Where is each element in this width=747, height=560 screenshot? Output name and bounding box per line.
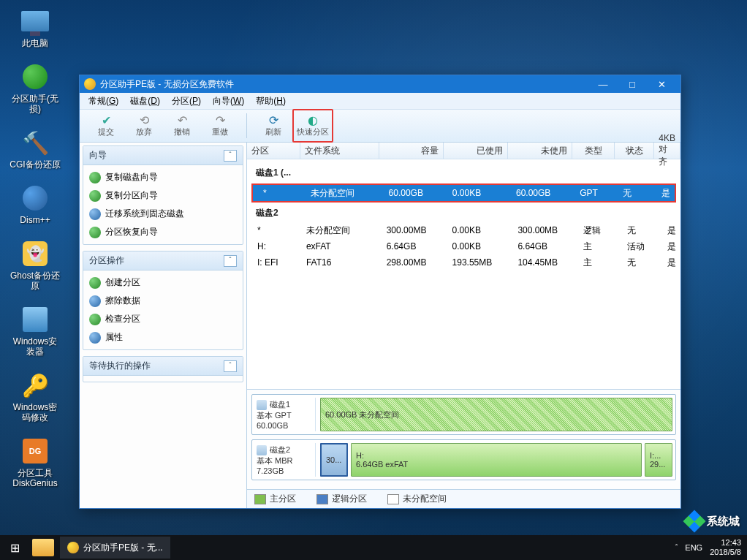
legend: 主分区 逻辑分区 未分配空间 bbox=[247, 489, 680, 508]
col-filesystem[interactable]: 文件系统 bbox=[300, 143, 379, 159]
disk-map[interactable]: 磁盘1基本 GPT60.00GB60.00GB 未分配空间 bbox=[251, 394, 676, 435]
language-indicator[interactable]: ENG bbox=[685, 543, 702, 552]
disk-map-name: 磁盘1 bbox=[270, 399, 290, 410]
collapse-icon[interactable]: ˆ bbox=[224, 360, 237, 372]
disk-map-sub1: 基本 GPT bbox=[257, 410, 314, 421]
disk-map-bar[interactable]: I:...29... bbox=[645, 443, 672, 477]
col-status[interactable]: 状态 bbox=[615, 143, 654, 159]
menu-item[interactable]: 向导(W) bbox=[208, 94, 249, 109]
toolbar-button-刷新[interactable]: ⟳刷新 bbox=[254, 110, 292, 141]
sidebar-item[interactable]: 分区恢复向导 bbox=[85, 223, 241, 241]
menu-item[interactable]: 磁盘(D) bbox=[126, 94, 164, 109]
menubar: 常规(G)磁盘(D)分区(P)向导(W)帮助(H) bbox=[80, 93, 680, 110]
sidebar-item-label: 擦除数据 bbox=[105, 295, 140, 307]
sidebar-item-icon bbox=[89, 277, 101, 289]
file-explorer-taskbar-icon[interactable] bbox=[32, 539, 54, 556]
panel-header[interactable]: 等待执行的操作ˆ bbox=[83, 357, 243, 376]
taskbar: ⊞ 分区助手PE版 - 无... ˆ ENG 12:43 2018/5/8 bbox=[0, 535, 747, 560]
maximize-button[interactable]: □ bbox=[618, 75, 647, 93]
panel-body bbox=[83, 376, 243, 382]
sidebar-item[interactable]: 复制分区向导 bbox=[85, 186, 241, 205]
desktop-icon[interactable]: 🔑Windows密码修改 bbox=[7, 370, 63, 423]
start-button[interactable]: ⊞ bbox=[0, 535, 29, 560]
watermark-logo-icon bbox=[683, 510, 705, 532]
main-area: 分区 文件系统 容量 已使用 未使用 类型 状态 4KB对齐 磁盘1 (...*… bbox=[247, 143, 680, 508]
sidebar-item-icon bbox=[89, 295, 101, 307]
menu-item[interactable]: 分区(P) bbox=[167, 94, 205, 109]
desktop-icon-label: CGI备份还原 bbox=[10, 159, 60, 170]
desktop-icon[interactable]: Dism++ bbox=[7, 183, 63, 225]
sidebar-item[interactable]: 属性 bbox=[85, 328, 241, 347]
toolbar-icon: ⟲ bbox=[140, 115, 149, 126]
desktop-icon[interactable]: 此电脑 bbox=[7, 6, 63, 48]
desktop-icon[interactable]: 🔨CGI备份还原 bbox=[7, 127, 63, 170]
sidebar-item-label: 复制分区向导 bbox=[105, 189, 158, 202]
titlebar[interactable]: 分区助手PE版 - 无损分区免费软件 — □ ✕ bbox=[80, 75, 680, 93]
collapse-icon[interactable]: ˆ bbox=[224, 255, 237, 267]
disk-map-info: 磁盘1基本 GPT60.00GB bbox=[255, 398, 316, 431]
disk-map-bar[interactable]: 60.00GB 未分配空间 bbox=[320, 398, 672, 431]
disk-map-sub2: 60.00GB bbox=[257, 421, 314, 430]
clock[interactable]: 12:43 2018/5/8 bbox=[710, 538, 741, 557]
disk-header[interactable]: 磁盘2 bbox=[247, 204, 680, 222]
minimize-button[interactable]: — bbox=[588, 75, 618, 93]
col-free[interactable]: 未使用 bbox=[508, 143, 572, 159]
partition-row[interactable]: I: EFIFAT16298.00MB193.55MB104.45MB主无是 bbox=[247, 254, 680, 270]
sidebar-item-label: 复制磁盘向导 bbox=[105, 171, 158, 183]
toolbar-button-重做[interactable]: ↷重做 bbox=[201, 110, 239, 141]
disk-map[interactable]: 磁盘2基本 MBR7.23GB30...H:6.64GB exFATI:...2… bbox=[251, 439, 676, 480]
ghost-icon: 👻 bbox=[20, 238, 50, 269]
collapse-icon[interactable]: ˆ bbox=[224, 150, 237, 162]
disk-header[interactable]: 磁盘1 (... bbox=[247, 164, 680, 182]
sidebar-item[interactable]: 迁移系统到固态磁盘 bbox=[85, 205, 241, 223]
col-capacity[interactable]: 容量 bbox=[379, 143, 444, 159]
col-partition[interactable]: 分区 bbox=[247, 143, 300, 159]
panel-header[interactable]: 分区操作ˆ bbox=[83, 251, 243, 270]
col-type[interactable]: 类型 bbox=[572, 143, 615, 159]
sidebar-item-icon bbox=[89, 172, 101, 183]
partition-row[interactable]: H:exFAT6.64GB0.00KB6.64GB主活动是 bbox=[247, 238, 680, 254]
desktop-icon-label: Ghost备份还原 bbox=[10, 270, 60, 291]
toolbar-button-撤销[interactable]: ↶撤销 bbox=[163, 110, 201, 141]
tray-up-icon[interactable]: ˆ bbox=[675, 543, 678, 552]
disk-map-bar[interactable]: 30... bbox=[320, 443, 348, 477]
desktop-icon-label: 分区助手(无损) bbox=[12, 94, 58, 114]
toolbar-button-放弃[interactable]: ⟲放弃 bbox=[125, 110, 163, 141]
sidebar-panel: 向导ˆ复制磁盘向导复制分区向导迁移系统到固态磁盘分区恢复向导 bbox=[83, 145, 243, 245]
toolbar-icon: ◐ bbox=[308, 115, 318, 126]
close-button[interactable]: ✕ bbox=[647, 75, 676, 93]
sidebar-item[interactable]: 擦除数据 bbox=[85, 292, 241, 310]
panel-title: 向导 bbox=[89, 149, 107, 162]
col-used[interactable]: 已使用 bbox=[444, 143, 508, 159]
panel-title: 分区操作 bbox=[89, 254, 124, 267]
taskbar-app-icon bbox=[67, 542, 79, 553]
menu-item[interactable]: 帮助(H) bbox=[251, 94, 290, 109]
toolbar-icon: ⟳ bbox=[269, 115, 278, 126]
desktop-icon[interactable]: 分区助手(无损) bbox=[7, 61, 63, 114]
disk-map-bar[interactable]: H:6.64GB exFAT bbox=[351, 443, 642, 477]
sidebar-item[interactable]: 创建分区 bbox=[85, 273, 241, 292]
desktop-icon[interactable]: DG分区工具DiskGenius bbox=[7, 436, 63, 488]
toolbar-label: 重做 bbox=[212, 126, 228, 137]
disk-icon bbox=[257, 445, 267, 455]
sidebar-item[interactable]: 复制磁盘向导 bbox=[85, 168, 241, 186]
sidebar-item-label: 检查分区 bbox=[105, 313, 140, 325]
sidebar-item[interactable]: 检查分区 bbox=[85, 310, 241, 328]
desktop-icon-label: Dism++ bbox=[20, 215, 50, 225]
partition-row[interactable]: *未分配空间60.00GB0.00KB60.00GBGPT无是 bbox=[253, 185, 675, 201]
desktop-icon[interactable]: 👻Ghost备份还原 bbox=[7, 238, 63, 291]
legend-primary-label: 主分区 bbox=[270, 493, 296, 505]
desktop-icon-label: Windows安装器 bbox=[13, 336, 58, 357]
desktop-icon[interactable]: Windows安装器 bbox=[7, 304, 63, 357]
taskbar-app-button[interactable]: 分区助手PE版 - 无... bbox=[60, 537, 170, 559]
toolbar-button-提交[interactable]: ✔提交 bbox=[87, 110, 125, 141]
panel-header[interactable]: 向导ˆ bbox=[83, 146, 243, 165]
desktop-icon-label: 分区工具DiskGenius bbox=[12, 468, 57, 488]
menu-item[interactable]: 常规(G) bbox=[84, 94, 123, 109]
toolbar-button-快速分区[interactable]: ◐快速分区 bbox=[291, 111, 335, 140]
col-4k-align[interactable]: 4KB对齐 bbox=[654, 143, 680, 159]
toolbar-separator bbox=[246, 113, 247, 138]
sidebar-item-label: 创建分区 bbox=[105, 276, 140, 289]
partition-row[interactable]: *未分配空间300.00MB0.00KB300.00MB逻辑无是 bbox=[247, 222, 680, 238]
toolbar-label: 撤销 bbox=[174, 126, 190, 137]
